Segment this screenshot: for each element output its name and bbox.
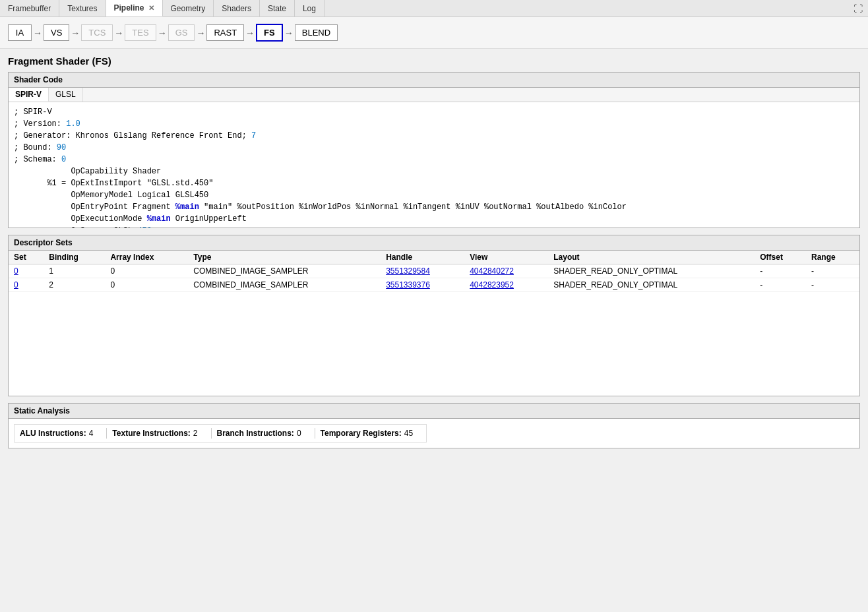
stage-fs[interactable]: FS [256, 24, 283, 42]
arrow-1: → [33, 28, 42, 38]
col-set: Set [9, 251, 44, 264]
close-pipeline-tab-icon[interactable]: ✕ [148, 4, 154, 13]
stage-vs[interactable]: VS [44, 24, 69, 41]
tab-textures[interactable]: Textures [59, 0, 106, 16]
arrow-6: → [245, 28, 255, 38]
analysis-item: Texture Instructions:2 [112, 429, 205, 438]
analysis-label-0: ALU Instructions: [20, 429, 86, 438]
cell-layout: SHADER_READ_ONLY_OPTIMAL [548, 264, 755, 278]
tab-pipeline[interactable]: Pipeline ✕ [106, 0, 163, 16]
analysis-label-1: Texture Instructions: [112, 429, 190, 438]
arrow-7: → [284, 28, 294, 38]
cell-binding: 2 [44, 278, 105, 292]
stage-gs[interactable]: GS [168, 24, 195, 41]
shader-tabs: SPIR-V GLSL [9, 88, 859, 102]
descriptor-sets-header: Descriptor Sets [9, 235, 859, 251]
cell-array-index: 0 [105, 278, 188, 292]
col-handle: Handle [381, 251, 464, 264]
col-range: Range [806, 251, 859, 264]
shader-code-section: Shader Code SPIR-V GLSL ; SPIR-V ; Versi… [8, 72, 860, 228]
arrow-3: → [114, 28, 123, 38]
cell-view[interactable]: 4042823952 [464, 278, 548, 292]
analysis-value-3: 45 [404, 429, 413, 438]
shader-tab-spirv[interactable]: SPIR-V [9, 88, 49, 102]
fragment-shader-title: Fragment Shader (FS) [8, 55, 860, 67]
cell-range: - [806, 278, 859, 292]
static-analysis-header: Static Analysis [9, 404, 859, 419]
analysis-item: Branch Instructions:0 [217, 429, 309, 438]
col-offset: Offset [755, 251, 806, 264]
col-layout: Layout [548, 251, 755, 264]
tab-shaders[interactable]: Shaders [214, 0, 260, 16]
analysis-item: ALU Instructions:4 [20, 429, 101, 438]
cell-range: - [806, 264, 859, 278]
pipeline-stages: IA → VS → TCS → TES → GS → RAST → FS → B… [0, 17, 868, 49]
cell-handle[interactable]: 3551339376 [381, 278, 464, 292]
cell-view[interactable]: 4042840272 [464, 264, 548, 278]
arrow-5: → [196, 28, 205, 38]
col-type: Type [188, 251, 381, 264]
table-row: 0 1 0 COMBINED_IMAGE_SAMPLER 3551329584 … [9, 264, 859, 278]
col-binding: Binding [44, 251, 105, 264]
analysis-row: ALU Instructions:4Texture Instructions:2… [14, 424, 427, 443]
analysis-divider [106, 428, 107, 439]
cell-type: COMBINED_IMAGE_SAMPLER [188, 264, 381, 278]
static-analysis-section: Static Analysis ALU Instructions:4Textur… [8, 403, 860, 448]
cell-array-index: 0 [105, 264, 188, 278]
analysis-divider [315, 428, 315, 439]
tab-log[interactable]: Log [295, 0, 325, 16]
descriptor-table: Set Binding Array Index Type Handle View… [9, 251, 859, 292]
stage-rast[interactable]: RAST [206, 24, 244, 41]
analysis-value-1: 2 [193, 429, 198, 438]
analysis-item: Temporary Registers:45 [321, 429, 421, 438]
cell-handle[interactable]: 3551329584 [381, 264, 464, 278]
analysis-label-3: Temporary Registers: [321, 429, 402, 438]
stage-tes[interactable]: TES [125, 24, 156, 41]
cell-offset: - [755, 264, 806, 278]
cell-type: COMBINED_IMAGE_SAMPLER [188, 278, 381, 292]
cell-offset: - [755, 278, 806, 292]
fullscreen-button[interactable]: ⛶ [848, 0, 868, 16]
tab-bar: Framebuffer Textures Pipeline ✕ Geometry… [0, 0, 868, 17]
arrow-4: → [158, 28, 167, 38]
tab-state[interactable]: State [260, 0, 295, 16]
cell-set[interactable]: 0 [9, 278, 44, 292]
col-array-index: Array Index [105, 251, 188, 264]
descriptor-table-wrapper[interactable]: Set Binding Array Index Type Handle View… [9, 251, 859, 396]
analysis-divider [211, 428, 212, 439]
cell-binding: 1 [44, 264, 105, 278]
shader-code-body[interactable]: ; SPIR-V ; Version: 1.0 ; Generator: Khr… [9, 102, 859, 228]
descriptor-sets-section: Descriptor Sets Set Binding Array Index … [8, 235, 860, 396]
shader-code-header: Shader Code [9, 73, 859, 88]
cell-layout: SHADER_READ_ONLY_OPTIMAL [548, 278, 755, 292]
main-content: Fragment Shader (FS) Shader Code SPIR-V … [0, 49, 868, 455]
tab-geometry[interactable]: Geometry [163, 0, 214, 16]
analysis-value-2: 0 [297, 429, 301, 438]
table-row: 0 2 0 COMBINED_IMAGE_SAMPLER 3551339376 … [9, 278, 859, 292]
arrow-2: → [71, 28, 80, 38]
stage-tcs[interactable]: TCS [81, 24, 113, 41]
stage-ia[interactable]: IA [8, 24, 32, 41]
static-analysis-body: ALU Instructions:4Texture Instructions:2… [9, 419, 859, 448]
analysis-value-0: 4 [89, 429, 94, 438]
shader-tab-glsl[interactable]: GLSL [49, 88, 83, 102]
stage-blend[interactable]: BLEND [295, 24, 338, 41]
col-view: View [464, 251, 548, 264]
cell-set[interactable]: 0 [9, 264, 44, 278]
tab-framebuffer[interactable]: Framebuffer [0, 0, 59, 16]
analysis-label-2: Branch Instructions: [217, 429, 294, 438]
